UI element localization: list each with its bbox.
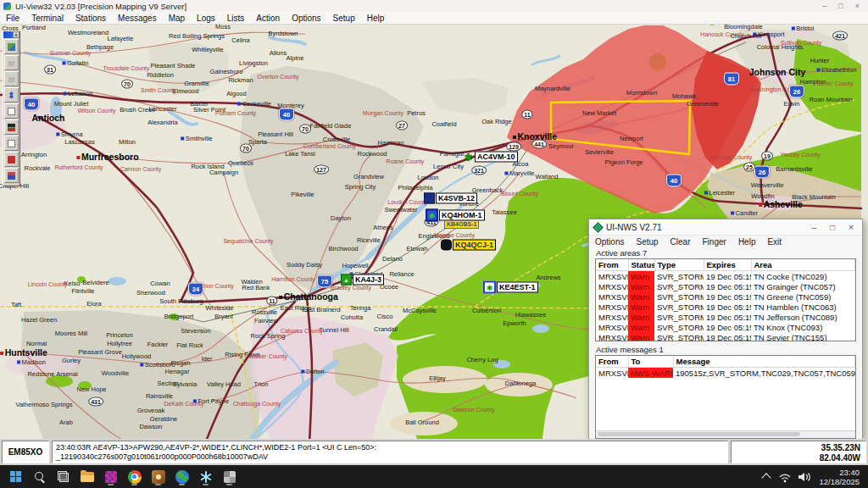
task-view-icon[interactable] bbox=[54, 468, 72, 485]
nws-area-row[interactable]: MRXSVRWarnSVR_STORM19 Dec 05:15TN Sevier… bbox=[596, 332, 855, 341]
station-kq4qcj-1[interactable]: KQ4QCJ-1 bbox=[441, 240, 496, 251]
nws-maximize-button[interactable]: □ bbox=[830, 223, 835, 232]
tray-status-icons[interactable] bbox=[778, 469, 810, 485]
station-ac4vm-10[interactable]: ✱AC4VM-10 bbox=[463, 152, 518, 163]
uinws-snowflake-icon[interactable] bbox=[197, 468, 214, 485]
area-cell: MRXSVR bbox=[596, 291, 628, 302]
station-kb4obs-1[interactable]: KB4OBS-1 bbox=[444, 220, 479, 229]
menu-item-lists[interactable]: Lists bbox=[221, 14, 251, 23]
scrollbar-thumb[interactable] bbox=[598, 432, 800, 436]
menu-item-options[interactable]: Options bbox=[286, 14, 326, 23]
palette-blank-button[interactable] bbox=[4, 136, 19, 151]
nws-window[interactable]: UI-NWS V2.71 –□× OptionsSetupClearFinger… bbox=[588, 219, 863, 440]
uiview-globe-icon[interactable] bbox=[173, 468, 191, 485]
menu-item-messages[interactable]: Messages bbox=[112, 14, 163, 23]
station-ke4est-1[interactable]: ✱KE4EST-1 bbox=[483, 281, 538, 294]
station-k4svb-12[interactable]: K4SVB-12 bbox=[424, 193, 477, 204]
nws-window-title: UI-NWS V2.71 bbox=[606, 223, 662, 232]
area-cell: MRXSVR bbox=[596, 281, 628, 291]
menu-item-action[interactable]: Action bbox=[250, 14, 286, 23]
area-cell: SVR_STORM bbox=[654, 332, 704, 341]
nws-close-button[interactable]: × bbox=[849, 223, 854, 232]
map-tool-palette[interactable]: x ▤▤⇕ bbox=[3, 30, 20, 186]
area-cell: SVR_STORM bbox=[654, 322, 704, 332]
nws-menu-item-finger[interactable]: Finger bbox=[697, 237, 732, 247]
areas-col-type: Type bbox=[654, 259, 704, 271]
palette-zoom-button[interactable]: ▤ bbox=[4, 55, 19, 70]
menu-item-stations[interactable]: Stations bbox=[70, 14, 112, 23]
area-cell: 19 Dec 05:15 bbox=[704, 281, 751, 291]
palette-log-button[interactable] bbox=[4, 152, 19, 167]
menu-item-help[interactable]: Help bbox=[361, 14, 391, 23]
longitude-readout: 82.04.40W bbox=[737, 453, 860, 463]
nws-menubar: OptionsSetupClearFingerHelpExit bbox=[589, 236, 862, 247]
nws-menu-item-help[interactable]: Help bbox=[732, 237, 762, 247]
active-areas-list[interactable]: FromStatusTypeExpiresAreaMRXSVRWarnSVR_S… bbox=[595, 258, 856, 341]
menu-item-logs[interactable]: Logs bbox=[191, 14, 221, 23]
nws-minimize-button[interactable]: – bbox=[812, 223, 817, 232]
palette-screen-button[interactable] bbox=[4, 119, 19, 135]
active-messages-list[interactable]: FromToMessageMRXSVRNWS-WARN190515z,SVR_S… bbox=[595, 355, 856, 439]
packet-line1: 23:40:03R AE4VP-13>APW290,AE4VP-2*,WIDE1… bbox=[56, 443, 724, 452]
chrome-icon[interactable] bbox=[125, 468, 143, 485]
area-cell: MRXSVR bbox=[596, 302, 628, 312]
area-cell: TN Cocke (TNC029) bbox=[751, 271, 855, 282]
area-cell: SVR_STORM bbox=[654, 312, 704, 322]
nws-menu-item-exit[interactable]: Exit bbox=[761, 237, 787, 247]
tray-chevron-icon[interactable] bbox=[762, 473, 771, 482]
station-ka4j-3[interactable]: ▲KA4J-3 bbox=[341, 274, 384, 286]
file-explorer-icon[interactable] bbox=[78, 468, 96, 485]
station-callsign-label: K4SVB-12 bbox=[436, 193, 477, 204]
nws-area-row[interactable]: MRXSVRWarnSVR_STORM19 Dec 05:15TN Greene… bbox=[596, 291, 855, 302]
area-cell: SVR_STORM bbox=[654, 302, 704, 312]
station-symbol-icon: ✱ bbox=[426, 209, 438, 222]
latitude-readout: 35.35.23N bbox=[737, 443, 860, 453]
app-icon-grid[interactable] bbox=[220, 468, 238, 485]
window-title: UI-View32 V2.03 [Precision Mapping V9 Se… bbox=[15, 2, 186, 11]
station-symbol-icon: ✱ bbox=[463, 152, 474, 163]
app-icon-purple[interactable] bbox=[102, 468, 120, 485]
palette-titlebar[interactable]: x bbox=[3, 31, 19, 38]
status-badge: Warn bbox=[628, 291, 654, 302]
menu-item-setup[interactable]: Setup bbox=[327, 14, 361, 23]
close-button[interactable]: × bbox=[855, 2, 860, 10]
station-callsign-label: KB4OBS-1 bbox=[444, 220, 479, 229]
area-cell: SVR_STORM bbox=[654, 271, 704, 282]
station-callsign-label: KA4J-3 bbox=[353, 274, 384, 286]
nws-menu-item-options[interactable]: Options bbox=[589, 237, 630, 247]
palette-select-button[interactable] bbox=[4, 103, 19, 119]
menu-item-file[interactable]: File bbox=[0, 14, 25, 23]
area-cell: TN Grainger (TNC057) bbox=[751, 281, 855, 291]
start-button[interactable] bbox=[7, 468, 25, 485]
clock[interactable]: 23:40 12/18/2025 bbox=[819, 468, 860, 486]
palette-resize-button[interactable]: ⇕ bbox=[4, 87, 19, 103]
nws-area-row[interactable]: MRXSVRWarnSVR_STORM19 Dec 05:15TN Jeffer… bbox=[596, 312, 855, 322]
minimize-button[interactable]: – bbox=[822, 2, 826, 10]
palette-locate-button[interactable] bbox=[4, 168, 19, 183]
nws-area-row[interactable]: MRXSVRWarnSVR_STORM19 Dec 05:15TN Knox (… bbox=[596, 322, 855, 332]
areas-col-status: Status bbox=[628, 259, 654, 271]
nws-area-row[interactable]: MRXSVRWarnSVR_STORM19 Dec 05:15TN Hamble… bbox=[596, 302, 855, 312]
station-symbol-icon bbox=[424, 193, 435, 204]
station-callsign-label: KE4EST-1 bbox=[497, 282, 538, 293]
palette-map-button[interactable] bbox=[4, 39, 19, 54]
palette-pan-button[interactable]: ▤ bbox=[4, 71, 19, 86]
menu-item-map[interactable]: Map bbox=[163, 14, 191, 23]
maximize-button[interactable]: □ bbox=[838, 2, 843, 10]
station-callsign-label: AC4VM-10 bbox=[475, 152, 518, 163]
messages-col-message: Message bbox=[673, 356, 855, 368]
palette-close-icon[interactable]: x bbox=[13, 31, 19, 38]
nws-area-row[interactable]: MRXSVRWarnSVR_STORM19 Dec 05:15TN Graing… bbox=[596, 281, 855, 291]
menu-item-terminal[interactable]: Terminal bbox=[25, 14, 70, 23]
search-icon[interactable] bbox=[31, 468, 48, 485]
active-areas-label: Active areas 7 bbox=[596, 248, 862, 258]
area-cell: 19 Dec 05:15 bbox=[704, 271, 751, 282]
nws-titlebar[interactable]: UI-NWS V2.71 –□× bbox=[589, 219, 862, 236]
area-cell: TN Knox (TNC093) bbox=[751, 322, 855, 332]
nws-message-row[interactable]: MRXSVRNWS-WARN190515z,SVR_STORM,TNC029,T… bbox=[596, 368, 855, 379]
nws-menu-item-setup[interactable]: Setup bbox=[630, 237, 664, 247]
nws-area-row[interactable]: MRXSVRWarnSVR_STORM19 Dec 05:15TN Cocke … bbox=[596, 271, 855, 282]
nws-menu-item-clear[interactable]: Clear bbox=[665, 237, 697, 247]
app-icon-brown[interactable] bbox=[149, 468, 167, 485]
messages-hscrollbar[interactable] bbox=[596, 430, 855, 438]
